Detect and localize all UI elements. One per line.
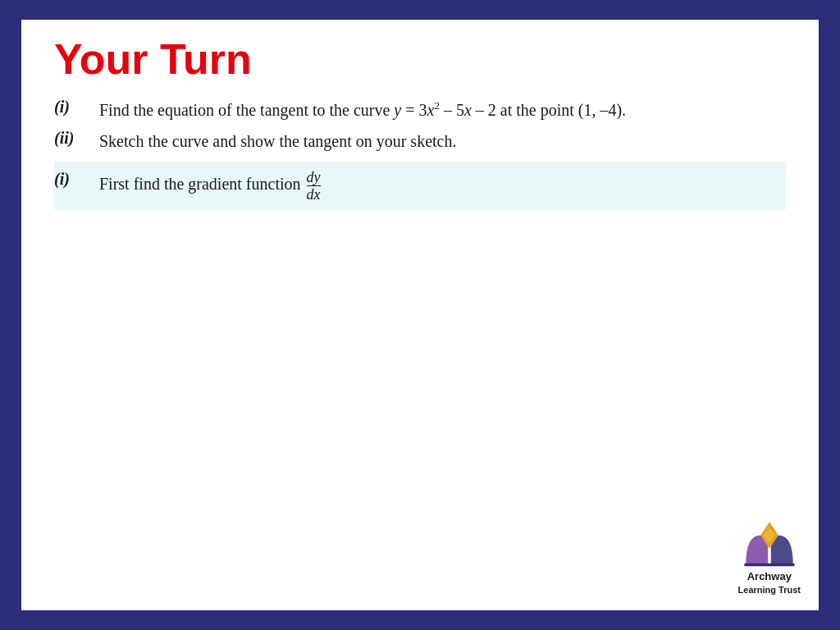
fraction-dy-dx: dy dx <box>307 170 321 202</box>
highlighted-row: (i) First find the gradient function dy … <box>54 162 786 210</box>
highlighted-label: (i) <box>54 170 99 189</box>
fraction-numerator: dy <box>307 170 321 186</box>
question-item-i: (i) Find the equation of the tangent to … <box>54 98 786 122</box>
question-label-i: (i) <box>54 98 99 116</box>
question-list: (i) Find the equation of the tangent to … <box>54 98 786 153</box>
highlighted-question-item: (i) First find the gradient function dy … <box>54 170 786 202</box>
logo-container: Archway Learning Trust <box>738 514 801 596</box>
logo-learning-trust: Learning Trust <box>738 584 801 596</box>
logo-text: Archway Learning Trust <box>738 570 801 596</box>
slide-container: Your Turn (i) Find the equation of the t… <box>18 16 822 614</box>
question-item-ii: (ii) Sketch the curve and show the tange… <box>54 129 786 153</box>
highlighted-text: First find the gradient function dy dx <box>99 170 786 202</box>
fraction-denominator: dx <box>307 186 321 202</box>
archway-logo <box>740 514 799 570</box>
question-text-i: Find the equation of the tangent to the … <box>99 98 786 122</box>
question-label-ii: (ii) <box>54 129 99 148</box>
page-title: Your Turn <box>54 36 786 83</box>
question-text-ii: Sketch the curve and show the tangent on… <box>99 129 786 153</box>
logo-archway: Archway <box>738 570 801 584</box>
svg-rect-0 <box>744 563 794 566</box>
